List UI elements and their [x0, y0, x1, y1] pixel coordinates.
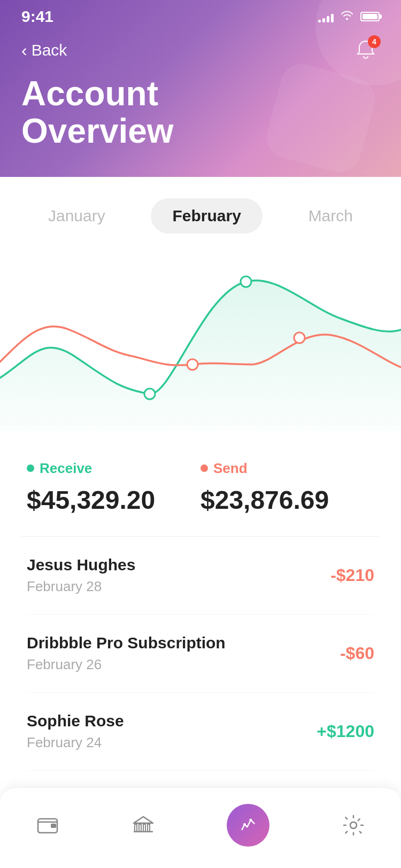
transaction-amount: -$210 — [330, 565, 374, 585]
svg-rect-1 — [51, 824, 56, 828]
transaction-name: Sophie Rose — [27, 712, 124, 730]
receive-dot — [27, 464, 34, 472]
send-label: Send — [200, 460, 374, 477]
wallet-icon — [36, 813, 59, 837]
transaction-item: Dribbble Pro Subscription February 26 -$… — [27, 615, 374, 693]
transaction-name: Jesus Hughes — [27, 556, 135, 574]
chart-container — [0, 250, 401, 444]
page-title: Account Overview — [21, 75, 380, 150]
transaction-date: February 28 — [27, 578, 135, 595]
bottom-nav — [0, 787, 401, 868]
send-value: $23,876.69 — [200, 485, 374, 515]
transaction-name: Dribbble Pro Subscription — [27, 634, 226, 652]
stats-icon-wrap — [227, 804, 269, 847]
receive-label: Receive — [27, 460, 200, 477]
chart-send-dot-2 — [294, 332, 305, 343]
stats-row: Receive $45,329.20 Send $23,876.69 — [0, 444, 401, 536]
settings-icon — [342, 813, 365, 837]
nav-wallet[interactable] — [25, 808, 70, 842]
send-dot — [200, 464, 208, 472]
transaction-list: Jesus Hughes February 28 -$210 Dribbble … — [0, 537, 401, 771]
nav-settings[interactable] — [331, 808, 376, 842]
back-chevron-icon: ‹ — [21, 41, 27, 60]
notification-badge: 4 — [368, 35, 381, 48]
signal-icon — [318, 11, 334, 22]
tab-march[interactable]: March — [287, 198, 374, 234]
chart-send-dot-1 — [187, 359, 198, 370]
tab-january[interactable]: January — [27, 198, 127, 234]
back-label: Back — [32, 41, 67, 59]
transaction-date: February 24 — [27, 734, 124, 751]
transaction-info: Sophie Rose February 24 — [27, 712, 124, 751]
line-chart — [0, 250, 401, 431]
transaction-item: Sophie Rose February 24 +$1200 — [27, 693, 374, 771]
status-time: 9:41 — [21, 7, 53, 26]
stats-icon — [238, 816, 258, 835]
transaction-item: Jesus Hughes February 28 -$210 — [27, 537, 374, 615]
bank-icon — [132, 813, 155, 837]
transaction-info: Dribbble Pro Subscription February 26 — [27, 634, 226, 673]
chart-receive-dot-2 — [241, 276, 251, 287]
battery-icon — [360, 12, 380, 21]
nav-stats[interactable] — [216, 799, 280, 852]
header: 9:41 ‹ Back — [0, 0, 401, 177]
month-tabs: January February March — [0, 177, 401, 250]
status-icons — [318, 10, 380, 24]
status-bar: 9:41 — [21, 0, 380, 36]
chart-receive-fill — [0, 281, 401, 431]
svg-point-3 — [250, 819, 252, 821]
send-stat: Send $23,876.69 — [200, 460, 374, 515]
transaction-amount: -$60 — [340, 644, 374, 663]
receive-stat: Receive $45,329.20 — [27, 460, 200, 515]
nav-bank[interactable] — [121, 808, 166, 842]
transaction-date: February 26 — [27, 656, 226, 673]
back-button[interactable]: ‹ Back — [21, 41, 67, 60]
receive-value: $45,329.20 — [27, 485, 200, 515]
svg-point-4 — [350, 822, 357, 828]
wifi-icon — [340, 10, 354, 24]
nav-row: ‹ Back 4 — [21, 36, 380, 64]
tab-february[interactable]: February — [151, 198, 262, 234]
notification-button[interactable]: 4 — [352, 36, 380, 64]
svg-point-2 — [243, 823, 246, 826]
transaction-amount: +$1200 — [317, 722, 374, 741]
transaction-info: Jesus Hughes February 28 — [27, 556, 135, 595]
chart-receive-dot-1 — [144, 389, 155, 399]
